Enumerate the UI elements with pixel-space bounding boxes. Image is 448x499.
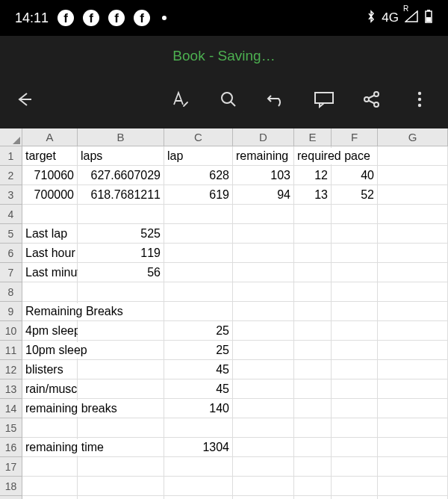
cell-B2[interactable]: 627.6607029 bbox=[78, 166, 164, 185]
cell-C7[interactable] bbox=[164, 263, 233, 282]
row-header-3[interactable]: 3 bbox=[0, 185, 22, 205]
col-header-g[interactable]: G bbox=[378, 128, 448, 146]
cell-B7[interactable]: 56 bbox=[78, 263, 164, 282]
cell-A18[interactable] bbox=[22, 477, 78, 496]
cell-D4[interactable] bbox=[233, 205, 294, 224]
cell-C5[interactable] bbox=[164, 224, 233, 244]
row-header-8[interactable]: 8 bbox=[0, 282, 22, 302]
row-header-16[interactable]: 16 bbox=[0, 438, 22, 457]
row-header-6[interactable]: 6 bbox=[0, 244, 22, 263]
cell-B10[interactable] bbox=[78, 321, 164, 341]
cell-B18[interactable] bbox=[78, 477, 164, 496]
cell-F4[interactable] bbox=[332, 205, 378, 224]
cell-E14[interactable] bbox=[294, 399, 332, 418]
row-header-11[interactable]: 11 bbox=[0, 341, 22, 360]
cell-A17[interactable] bbox=[22, 457, 78, 477]
cell-G2[interactable] bbox=[378, 166, 448, 185]
cell-E17[interactable] bbox=[294, 457, 332, 477]
cell-B3[interactable]: 618.7681211 bbox=[78, 185, 164, 205]
cell-D11[interactable] bbox=[233, 341, 294, 360]
select-all-corner[interactable] bbox=[0, 128, 22, 146]
cell-D2[interactable]: 103 bbox=[233, 166, 294, 185]
cell-D7[interactable] bbox=[233, 263, 294, 282]
cell-C15[interactable] bbox=[164, 418, 233, 438]
cell-C6[interactable] bbox=[164, 244, 233, 263]
cell-B1[interactable]: laps bbox=[78, 146, 164, 166]
cell-G1[interactable] bbox=[378, 146, 448, 166]
cell-B19[interactable] bbox=[78, 496, 164, 499]
cell-D18[interactable] bbox=[233, 477, 294, 496]
cell-C1[interactable]: lap bbox=[164, 146, 233, 166]
row-header-5[interactable]: 5 bbox=[0, 224, 22, 244]
cell-G19[interactable] bbox=[378, 496, 448, 499]
cell-E3[interactable]: 13 bbox=[294, 185, 332, 205]
col-header-f[interactable]: F bbox=[332, 128, 378, 146]
cell-C12[interactable]: 45 bbox=[164, 360, 233, 379]
cell-D6[interactable] bbox=[233, 244, 294, 263]
cell-D19[interactable] bbox=[233, 496, 294, 499]
cell-F9[interactable] bbox=[332, 302, 378, 321]
cell-F15[interactable] bbox=[332, 418, 378, 438]
cell-D1[interactable]: remaining bbox=[233, 146, 294, 166]
cell-E4[interactable] bbox=[294, 205, 332, 224]
cell-E16[interactable] bbox=[294, 438, 332, 457]
cell-G10[interactable] bbox=[378, 321, 448, 341]
cell-A8[interactable] bbox=[22, 282, 78, 302]
cell-G17[interactable] bbox=[378, 457, 448, 477]
cell-C11[interactable]: 25 bbox=[164, 341, 233, 360]
cell-C9[interactable] bbox=[164, 302, 233, 321]
cell-G8[interactable] bbox=[378, 282, 448, 302]
grid-cells[interactable]: targetlapslapremainingrequired pace71006… bbox=[22, 146, 448, 499]
cell-E18[interactable] bbox=[294, 477, 332, 496]
row-header-10[interactable]: 10 bbox=[0, 321, 22, 341]
cell-A6[interactable]: Last hour bbox=[22, 244, 78, 263]
cell-G13[interactable] bbox=[378, 379, 448, 399]
cell-B11[interactable] bbox=[78, 341, 164, 360]
cell-G11[interactable] bbox=[378, 341, 448, 360]
spreadsheet[interactable]: A B C D E F G 12345678910111213141516171… bbox=[0, 128, 448, 499]
cell-A9[interactable]: Remaining Breaks bbox=[22, 302, 78, 321]
cell-F8[interactable] bbox=[332, 282, 378, 302]
cell-B15[interactable] bbox=[78, 418, 164, 438]
cell-D9[interactable] bbox=[233, 302, 294, 321]
cell-G16[interactable] bbox=[378, 438, 448, 457]
cell-E19[interactable] bbox=[294, 496, 332, 499]
cell-B4[interactable] bbox=[78, 205, 164, 224]
cell-D12[interactable] bbox=[233, 360, 294, 379]
search-button[interactable] bbox=[218, 89, 239, 110]
row-header-12[interactable]: 12 bbox=[0, 360, 22, 379]
cell-E7[interactable] bbox=[294, 263, 332, 282]
cell-G14[interactable] bbox=[378, 399, 448, 418]
cell-G12[interactable] bbox=[378, 360, 448, 379]
col-header-a[interactable]: A bbox=[22, 128, 78, 146]
cell-E5[interactable] bbox=[294, 224, 332, 244]
cell-C17[interactable] bbox=[164, 457, 233, 477]
cell-B5[interactable]: 525 bbox=[78, 224, 164, 244]
row-header-18[interactable]: 18 bbox=[0, 477, 22, 496]
cell-D3[interactable]: 94 bbox=[233, 185, 294, 205]
cell-C3[interactable]: 619 bbox=[164, 185, 233, 205]
cell-A3[interactable]: 700000 bbox=[22, 185, 78, 205]
cell-D17[interactable] bbox=[233, 457, 294, 477]
cell-E13[interactable] bbox=[294, 379, 332, 399]
cell-A4[interactable] bbox=[22, 205, 78, 224]
cell-A2[interactable]: 710060 bbox=[22, 166, 78, 185]
cell-E11[interactable] bbox=[294, 341, 332, 360]
cell-D5[interactable] bbox=[233, 224, 294, 244]
row-header-14[interactable]: 14 bbox=[0, 399, 22, 418]
col-header-d[interactable]: D bbox=[233, 128, 294, 146]
cell-B8[interactable] bbox=[78, 282, 164, 302]
row-header-13[interactable]: 13 bbox=[0, 379, 22, 399]
col-header-e[interactable]: E bbox=[294, 128, 332, 146]
cell-C8[interactable] bbox=[164, 282, 233, 302]
cell-B17[interactable] bbox=[78, 457, 164, 477]
cell-G5[interactable] bbox=[378, 224, 448, 244]
cell-F19[interactable] bbox=[332, 496, 378, 499]
cell-C2[interactable]: 628 bbox=[164, 166, 233, 185]
cell-A1[interactable]: target bbox=[22, 146, 78, 166]
cell-E2[interactable]: 12 bbox=[294, 166, 332, 185]
column-headers[interactable]: A B C D E F G bbox=[22, 128, 448, 146]
cell-G18[interactable] bbox=[378, 477, 448, 496]
cell-F7[interactable] bbox=[332, 263, 378, 282]
cell-F16[interactable] bbox=[332, 438, 378, 457]
